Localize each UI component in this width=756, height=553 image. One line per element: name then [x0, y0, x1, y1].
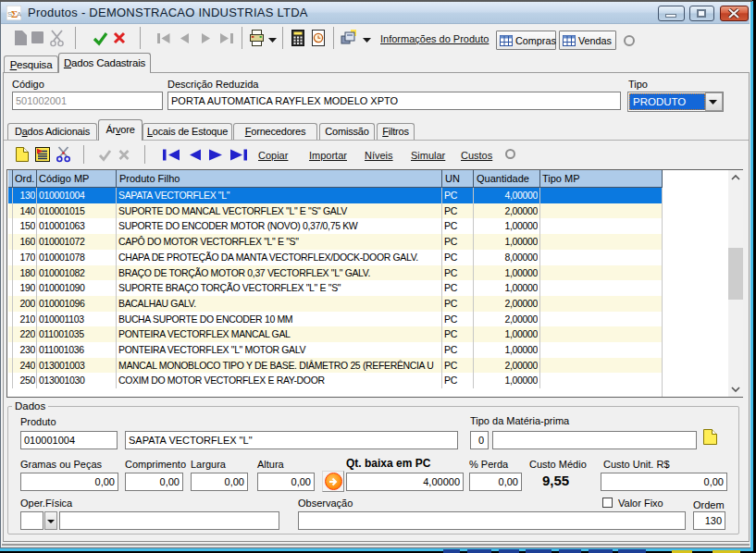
svg-text:A: A [17, 10, 21, 18]
